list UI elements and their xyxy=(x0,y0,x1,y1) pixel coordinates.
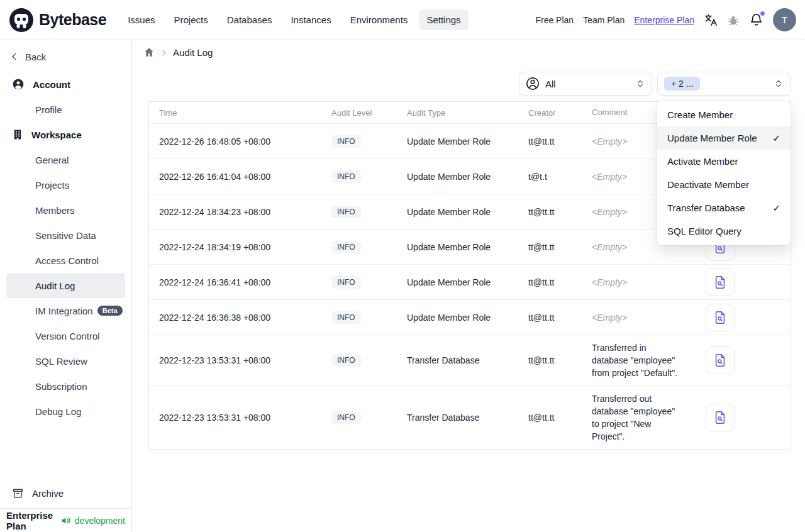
chevron-right-icon xyxy=(160,49,167,56)
sidebar-item-archive[interactable]: Archive xyxy=(0,480,131,506)
cell-time: 2022-12-24 18:34:23 +08:00 xyxy=(149,207,319,217)
sidebar-item-sensitive-data[interactable]: Sensitive Data xyxy=(6,223,125,248)
building-icon xyxy=(12,129,23,140)
view-audit-detail-button[interactable] xyxy=(706,269,735,296)
menu-item-activate-member[interactable]: Activate Member xyxy=(657,150,791,173)
cell-creator: tt@tt.tt xyxy=(516,207,579,217)
beta-badge: Beta xyxy=(97,306,123,316)
sidebar-item-profile[interactable]: Profile xyxy=(6,97,125,122)
home-icon[interactable] xyxy=(143,47,155,58)
nav-item-databases[interactable]: Databases xyxy=(219,9,280,30)
nav-item-instances[interactable]: Instances xyxy=(283,9,338,30)
menu-item-label: SQL Editor Query xyxy=(667,226,741,236)
cell-creator: tt@tt.tt xyxy=(516,136,579,147)
sidebar-item-im-integration[interactable]: IM IntegrationBeta xyxy=(6,298,125,323)
cell-audit-level: INFO xyxy=(319,241,394,253)
notifications-bell-icon[interactable] xyxy=(749,13,763,27)
sidebar-item-version-control[interactable]: Version Control xyxy=(6,323,125,348)
cell-comment: Transferred out database "employee" to p… xyxy=(579,386,687,449)
sidebar-item-label: Sensitive Data xyxy=(35,230,96,241)
bug-report-icon[interactable] xyxy=(727,14,740,26)
cell-creator: t@t.t xyxy=(516,172,579,182)
cell-creator: tt@tt.tt xyxy=(516,413,579,423)
view-audit-detail-button[interactable] xyxy=(706,304,735,331)
sidebar-section-label: Account xyxy=(33,79,70,90)
sidebar-item-label: Projects xyxy=(35,180,69,191)
user-avatar[interactable]: T xyxy=(773,8,796,31)
sidebar-item-label: Subscription xyxy=(35,381,87,392)
sidebar-item-label: SQL Review xyxy=(35,356,87,367)
nav-item-environments[interactable]: Environments xyxy=(343,9,416,30)
menu-item-transfer-database[interactable]: Transfer Database✓ xyxy=(657,196,791,219)
cell-audit-level: INFO xyxy=(319,311,394,324)
cell-time: 2022-12-24 18:34:19 +08:00 xyxy=(149,242,319,252)
sidebar-item-audit-log[interactable]: Audit Log xyxy=(6,273,125,298)
cell-audit-type: Transfer Database xyxy=(394,355,516,365)
cell-actions xyxy=(687,346,790,374)
audit-level-badge: INFO xyxy=(331,311,361,324)
audit-type-filter-select[interactable]: + 2 ... xyxy=(657,72,791,96)
main-content: Audit Log All + 2 ... TimeAudit LevelAud… xyxy=(132,40,805,532)
sidebar-item-members[interactable]: Members xyxy=(6,197,125,223)
cell-creator: tt@tt.tt xyxy=(516,277,579,287)
main-nav: IssuesProjectsDatabasesInstancesEnvironm… xyxy=(120,9,468,30)
plan-team-plan[interactable]: Team Plan xyxy=(583,15,625,25)
menu-item-label: Create Member xyxy=(667,109,733,120)
table-row: 2022-12-23 13:53:31 +08:00INFOTransfer D… xyxy=(149,385,790,449)
audit-level-badge: INFO xyxy=(331,411,361,424)
view-audit-detail-button[interactable] xyxy=(706,404,735,431)
nav-item-issues[interactable]: Issues xyxy=(120,9,162,30)
check-icon: ✓ xyxy=(772,202,780,214)
empty-comment: <Empty> xyxy=(592,313,627,323)
audit-type-dropdown-menu: Create MemberUpdate Member Role✓Activate… xyxy=(657,101,791,245)
sidebar-item-label: Audit Log xyxy=(35,280,75,291)
audit-level-badge: INFO xyxy=(331,135,361,148)
menu-item-label: Deactivate Member xyxy=(667,179,749,190)
type-filter-count-chip: + 2 ... xyxy=(664,77,700,91)
column-header-audit-level: Audit Level xyxy=(319,108,394,118)
creator-filter-value: All xyxy=(545,79,556,89)
sidebar-item-sql-review[interactable]: SQL Review xyxy=(6,348,125,374)
sidebar-section-workspace: Workspace xyxy=(0,122,131,147)
sidebar-item-projects[interactable]: Projects xyxy=(6,172,125,197)
plan-free-plan[interactable]: Free Plan xyxy=(535,15,574,25)
cell-actions xyxy=(687,269,790,296)
translate-icon[interactable] xyxy=(704,13,718,27)
plan-switcher: Free PlanTeam PlanEnterprise Plan xyxy=(535,15,694,25)
bytebase-logo[interactable]: Bytebase xyxy=(9,8,106,33)
sidebar-item-label: Version Control xyxy=(35,331,100,341)
speaker-icon xyxy=(61,516,71,526)
chevron-left-icon xyxy=(10,52,19,61)
sidebar-item-debug-log[interactable]: Debug Log xyxy=(6,399,125,424)
cell-creator: tt@tt.tt xyxy=(516,242,579,252)
audit-level-badge: INFO xyxy=(331,354,361,367)
sidebar-item-label: Profile xyxy=(35,104,62,115)
audit-level-badge: INFO xyxy=(331,206,361,218)
cell-audit-type: Update Member Role xyxy=(394,277,516,287)
plan-enterprise-plan[interactable]: Enterprise Plan xyxy=(634,15,694,25)
column-header-time: Time xyxy=(149,108,319,118)
menu-item-label: Update Member Role xyxy=(667,133,757,143)
cell-audit-type: Transfer Database xyxy=(394,413,516,423)
menu-item-create-member[interactable]: Create Member xyxy=(657,103,791,126)
view-audit-detail-button[interactable] xyxy=(706,346,735,374)
cell-comment: <Empty> xyxy=(579,305,687,330)
sidebar-item-label: Debug Log xyxy=(35,406,81,417)
cell-time: 2022-12-23 13:53:31 +08:00 xyxy=(149,355,319,365)
cell-time: 2022-12-26 16:41:04 +08:00 xyxy=(149,172,319,182)
back-button[interactable]: Back xyxy=(0,44,131,69)
sidebar-item-access-control[interactable]: Access Control xyxy=(6,248,125,273)
nav-item-projects[interactable]: Projects xyxy=(167,9,216,30)
sidebar-item-general[interactable]: General xyxy=(6,147,125,172)
sidebar-item-subscription[interactable]: Subscription xyxy=(6,374,125,399)
menu-item-update-member-role[interactable]: Update Member Role✓ xyxy=(657,126,791,150)
nav-item-settings[interactable]: Settings xyxy=(419,9,468,30)
sidebar-item-label: Access Control xyxy=(35,255,99,266)
creator-filter-select[interactable]: All xyxy=(519,72,652,96)
cell-audit-level: INFO xyxy=(319,170,394,183)
navbar-right: Free PlanTeam PlanEnterprise Plan T xyxy=(535,8,796,31)
menu-item-deactivate-member[interactable]: Deactivate Member xyxy=(657,173,791,196)
breadcrumb-current-page: Audit Log xyxy=(173,47,213,58)
cell-audit-type: Update Member Role xyxy=(394,207,516,217)
menu-item-sql-editor-query[interactable]: SQL Editor Query xyxy=(657,219,791,243)
